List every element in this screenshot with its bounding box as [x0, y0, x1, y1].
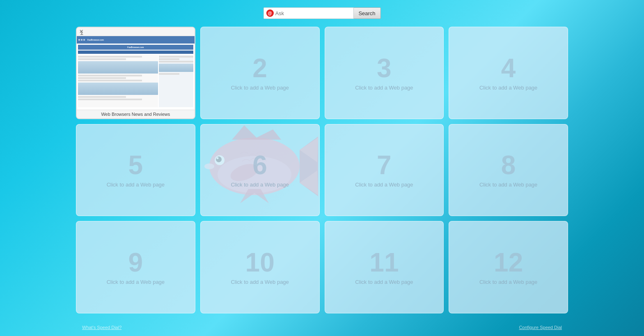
search-bar: @ Search — [263, 7, 380, 19]
ask-logo-icon: @ — [266, 9, 273, 17]
tile-3[interactable]: 3 Click to add a Web page — [325, 27, 444, 119]
tile-5-label: Click to add a Web page — [107, 182, 165, 188]
tile-6[interactable]: 6 Click to add a Web page — [200, 124, 320, 216]
sc-side-img — [159, 64, 193, 72]
sc-image-2 — [78, 83, 158, 95]
tile-7-number: 7 — [377, 152, 392, 178]
tile-3-number: 3 — [377, 55, 392, 81]
tile-12[interactable]: 12 Click to add a Web page — [449, 221, 568, 313]
tile-9-number: 9 — [128, 249, 143, 276]
nav-dot-1 — [78, 39, 80, 41]
sc-line-2 — [78, 58, 126, 60]
sc-line-7 — [78, 99, 142, 100]
tile-8-label: Click to add a Web page — [479, 182, 537, 188]
tile-4-label: Click to add a Web page — [479, 85, 537, 91]
nav-dot-2 — [81, 39, 83, 41]
search-input[interactable] — [275, 10, 351, 16]
tile-10-number: 10 — [245, 249, 275, 276]
sc-line-4 — [78, 77, 126, 79]
tile-7-label: Click to add a Web page — [355, 182, 413, 188]
tile-10-label: Click to add a Web page — [231, 279, 289, 285]
sc-body — [78, 55, 193, 107]
tile-9-label: Click to add a Web page — [107, 279, 165, 285]
tile-5[interactable]: 5 Click to add a Web page — [76, 124, 195, 216]
tile-1-header: ✕ — [77, 28, 195, 36]
sc-side-line-4 — [159, 73, 180, 75]
tile-12-number: 12 — [494, 249, 523, 276]
sc-side-line-2 — [159, 58, 180, 60]
tile-11[interactable]: 11 Click to add a Web page — [325, 221, 444, 313]
tile-2-number: 2 — [252, 55, 267, 81]
tile-4[interactable]: 4 Click to add a Web page — [449, 27, 568, 119]
ask-logo: @ — [266, 9, 273, 17]
tile-2[interactable]: 2 Click to add a Web page — [200, 27, 320, 119]
sc-line-5 — [78, 80, 142, 81]
sc-title-bar: FavBrowser.com — [78, 45, 193, 50]
tile-1[interactable]: 1 ✕ FavBrowser.com FavBrowser.com — [76, 27, 195, 119]
tile-11-label: Click to add a Web page — [355, 279, 413, 285]
tile-7[interactable]: 7 Click to add a Web page — [325, 124, 444, 216]
sc-image-1 — [78, 61, 158, 74]
sc-line-3 — [78, 75, 142, 76]
tile-8[interactable]: 8 Click to add a Web page — [449, 124, 568, 216]
screenshot-navbar: FavBrowser.com — [77, 36, 195, 44]
sc-line-1 — [78, 56, 142, 58]
sc-line-6 — [78, 96, 126, 98]
tile-6-label: Click to add a Web page — [231, 182, 289, 188]
nav-dot-3 — [83, 39, 85, 41]
tile-10[interactable]: 10 Click to add a Web page — [200, 221, 320, 313]
screenshot-body: FavBrowser.com — [77, 44, 195, 110]
search-input-wrapper: @ — [263, 7, 353, 19]
speed-dial-grid: 1 ✕ FavBrowser.com FavBrowser.com — [76, 27, 568, 313]
search-button[interactable]: Search — [353, 7, 380, 19]
sc-title-text: FavBrowser.com — [127, 46, 144, 48]
site-title: FavBrowser.com — [87, 39, 104, 41]
tile-4-number: 4 — [501, 55, 516, 81]
tile-12-label: Click to add a Web page — [479, 279, 537, 285]
whats-speed-dial-link[interactable]: What's Speed Dial? — [82, 325, 121, 330]
screenshot-content: FavBrowser.com FavBrowser.com — [77, 36, 195, 110]
sc-main-content — [78, 55, 158, 107]
configure-speed-dial-link[interactable]: Configure Speed Dial — [519, 325, 562, 330]
tile-3-label: Click to add a Web page — [355, 85, 413, 91]
tile-1-screenshot: FavBrowser.com FavBrowser.com — [77, 36, 195, 110]
sc-sidebar — [159, 55, 193, 107]
tile-9[interactable]: 9 Click to add a Web page — [76, 221, 195, 313]
sc-side-line-1 — [159, 56, 193, 58]
sc-side-line-3 — [159, 61, 193, 62]
tile-11-number: 11 — [369, 249, 399, 276]
sc-menu-bar — [78, 51, 193, 54]
tile-1-caption: Web Browsers News and Reviews — [77, 110, 195, 118]
tile-8-number: 8 — [501, 152, 516, 178]
tile-6-number: 6 — [252, 152, 267, 178]
tile-5-number: 5 — [128, 152, 143, 178]
tile-1-number: 1 — [80, 30, 83, 36]
tile-2-label: Click to add a Web page — [231, 85, 289, 91]
